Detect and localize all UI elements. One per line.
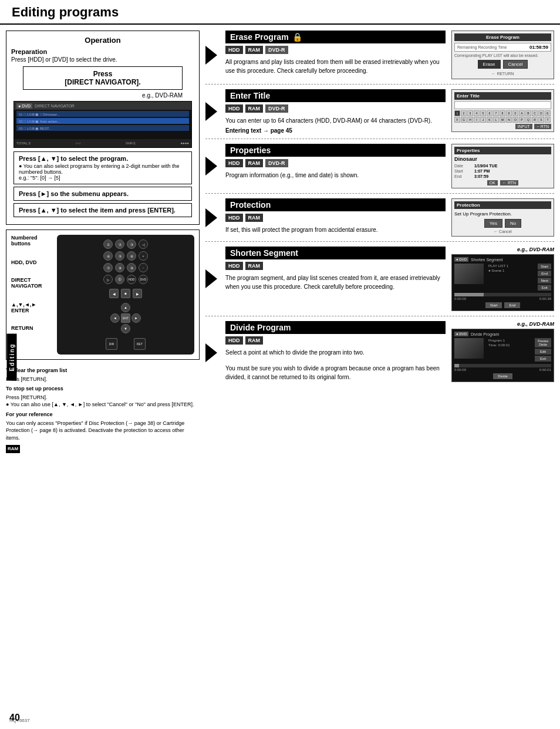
et-char-l[interactable]: L bbox=[493, 117, 499, 123]
btn-8[interactable]: ⑧ bbox=[115, 263, 124, 272]
btn-4[interactable]: ④ bbox=[103, 251, 113, 261]
btn-3[interactable]: ③ bbox=[127, 239, 136, 249]
protection-preview-area: Protection Set Up Program Protection. Ye… bbox=[451, 198, 554, 237]
et-char-e[interactable]: E bbox=[545, 110, 551, 116]
enter-title-arrow bbox=[205, 89, 217, 134]
shorten-desc: The program segment, and play list scene… bbox=[225, 274, 446, 291]
divide-preview-btn[interactable]: PreviewDivide bbox=[535, 338, 551, 347]
et-char-t[interactable]: T bbox=[545, 117, 551, 123]
dvdram-exit-btn[interactable]: Exit bbox=[538, 285, 551, 291]
divide-timelabel: 0:00:00 0:00:01 bbox=[454, 368, 551, 372]
play-btn[interactable]: ◀ bbox=[109, 289, 119, 298]
et-char-8[interactable]: 8 bbox=[500, 110, 505, 116]
divide-timebar bbox=[454, 364, 551, 367]
fwd-btn[interactable]: ▶ bbox=[133, 289, 142, 298]
nav-right[interactable]: ► bbox=[131, 313, 141, 323]
et-char-p[interactable]: P bbox=[519, 117, 525, 123]
badge-hdd-divide: HDD bbox=[225, 336, 243, 345]
et-char-b[interactable]: B bbox=[525, 110, 531, 116]
et-char-o[interactable]: O bbox=[512, 117, 518, 123]
et-return-btn[interactable]: ←RTN bbox=[534, 124, 551, 129]
et-char-2[interactable]: 2 bbox=[461, 110, 467, 116]
direct-nav-text: DIRECTNAVIGATOR bbox=[11, 277, 42, 289]
props-name: Dinosaur bbox=[454, 156, 551, 162]
divide-badges: HDD RAM bbox=[225, 336, 446, 345]
hdd-btn[interactable]: HDD bbox=[127, 275, 136, 284]
btn-5[interactable]: ⑤ bbox=[115, 251, 124, 261]
et-char-n[interactable]: N bbox=[506, 117, 512, 123]
divide-eg-label: e.g., DVD-RAM bbox=[451, 321, 554, 327]
et-char-k[interactable]: K bbox=[487, 117, 492, 123]
et-char-7[interactable]: 7 bbox=[493, 110, 499, 116]
erase-btn[interactable]: Erase bbox=[478, 60, 501, 69]
et-char-i[interactable]: I bbox=[474, 117, 480, 123]
et-char-9[interactable]: 9 bbox=[506, 110, 512, 116]
et-char-c[interactable]: C bbox=[532, 110, 538, 116]
props-ok-btn[interactable]: OK bbox=[487, 180, 498, 185]
et-char-0[interactable]: 0 bbox=[512, 110, 518, 116]
props-row-start: Start 1:07 PM bbox=[454, 169, 551, 173]
direct-nav-btn[interactable]: DIR bbox=[106, 338, 117, 350]
protection-title-text: Protection bbox=[230, 200, 271, 210]
props-return-btn[interactable]: ← RTN bbox=[500, 180, 518, 185]
et-char-4[interactable]: 4 bbox=[474, 110, 480, 116]
return-label: RETURN bbox=[11, 325, 52, 331]
et-char-1[interactable]: 1 bbox=[454, 110, 460, 116]
dvdram-start-btn[interactable]: Start bbox=[538, 264, 551, 269]
dvdram-dvd-badge: ● DVD bbox=[454, 257, 468, 262]
prot-label: Set Up Program Protection. bbox=[454, 211, 551, 217]
et-char-q[interactable]: Q bbox=[525, 117, 531, 123]
et-char-m[interactable]: M bbox=[500, 117, 505, 123]
btn-7[interactable]: ⑦ bbox=[103, 263, 113, 272]
et-char-a[interactable]: A bbox=[519, 110, 525, 116]
press-label: Press bbox=[29, 70, 176, 78]
et-char-5[interactable]: 5 bbox=[480, 110, 486, 116]
et-char-j[interactable]: J bbox=[480, 117, 486, 123]
et-char-f[interactable]: F bbox=[454, 117, 460, 123]
et-char-g[interactable]: G bbox=[461, 117, 467, 123]
divide-edit-btn[interactable]: Edit bbox=[535, 349, 551, 355]
btn-6[interactable]: ⑥ bbox=[127, 251, 136, 261]
btn-0[interactable]: ⓪ bbox=[115, 275, 124, 284]
btn-extra2[interactable]: + bbox=[139, 251, 148, 261]
shorten-preview-area: e.g., DVD-RAM ● DVD Shorten Segment bbox=[451, 247, 554, 311]
dvdram-timelabel: 0:00:00 0:00:38 bbox=[454, 297, 551, 301]
cancel-btn[interactable]: Cancel bbox=[503, 60, 528, 69]
badge-dvdr-erase: DVD-R bbox=[265, 46, 288, 54]
divide-exit-btn[interactable]: Exit bbox=[535, 356, 551, 362]
et-char-d[interactable]: D bbox=[538, 110, 544, 116]
btn-extra3[interactable]: - bbox=[139, 263, 148, 272]
dvdram-buttons: Start End Next Exit bbox=[538, 264, 551, 291]
btn-1[interactable]: ① bbox=[103, 239, 113, 249]
prot-yes-btn[interactable]: Yes bbox=[484, 219, 502, 228]
nav-enter[interactable]: ENT bbox=[121, 313, 130, 323]
et-input[interactable] bbox=[454, 101, 551, 109]
return-btn[interactable]: RET bbox=[134, 338, 146, 350]
et-char-s[interactable]: S bbox=[538, 117, 544, 123]
notes-box: To clear the program list Press [RETURN]… bbox=[6, 365, 200, 455]
btn-2[interactable]: ② bbox=[115, 239, 124, 249]
dvdram-timebar bbox=[454, 293, 551, 296]
dvdram-se-start[interactable]: Start bbox=[485, 302, 502, 308]
erase-arrow bbox=[205, 31, 217, 79]
dvdram-se-end[interactable]: End bbox=[504, 302, 520, 308]
et-char-h[interactable]: H bbox=[467, 117, 473, 123]
dvdram-end-btn[interactable]: End bbox=[538, 271, 551, 276]
divide-bottom-btn[interactable]: Divide bbox=[493, 373, 512, 379]
btn-extra1[interactable]: ◁ bbox=[139, 239, 148, 249]
nav-up[interactable]: ▲ bbox=[121, 303, 130, 312]
nav-down[interactable]: ▼ bbox=[121, 324, 130, 333]
et-char-3[interactable]: 3 bbox=[467, 110, 473, 116]
properties-title-bar: Properties bbox=[225, 144, 446, 157]
et-char-6[interactable]: 6 bbox=[487, 110, 492, 116]
et-char-r[interactable]: R bbox=[532, 117, 538, 123]
stop-btn[interactable]: ■ bbox=[121, 289, 130, 298]
dvdram-next-btn[interactable]: Next bbox=[538, 278, 551, 284]
properties-section: Properties HDD RAM DVD-R Program informa… bbox=[205, 144, 554, 194]
nav-left[interactable]: ◄ bbox=[110, 313, 120, 323]
btn-9[interactable]: ⑨ bbox=[127, 263, 136, 272]
et-input-btn[interactable]: INPUT bbox=[515, 124, 532, 129]
btn-extra4[interactable]: ▷ bbox=[103, 275, 113, 284]
prot-no-btn[interactable]: No bbox=[505, 219, 521, 228]
dvd-btn[interactable]: DVD bbox=[139, 275, 148, 284]
